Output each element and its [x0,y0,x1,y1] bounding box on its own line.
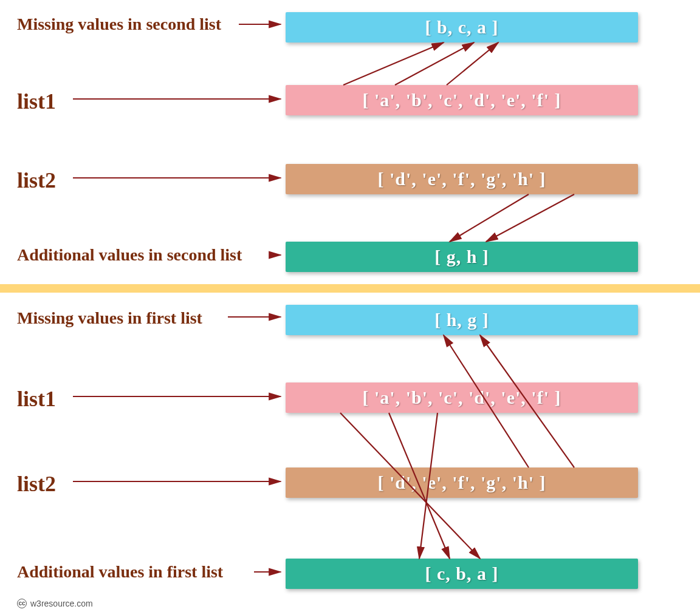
svg-line-5 [395,42,474,85]
cc-icon: cc [17,599,27,608]
missing-second-box: [ b, c, a ] [286,12,638,42]
additional-first-label: Additional values in first list [0,562,223,582]
additional-second-box: [ g, h ] [286,242,638,272]
list2-box-a: [ 'd', 'e', 'f', 'g', 'h' ] [286,164,638,194]
footer-text: w3resource.com [30,599,93,608]
svg-line-4 [343,42,444,85]
list1-box-a: [ 'a', 'b', 'c', 'd', 'e', 'f' ] [286,85,638,115]
footer-credit: cc w3resource.com [17,599,93,608]
missing-first-label: Missing values in first list [0,308,202,328]
list1-label-a: list1 [0,89,56,114]
list2-label-b: list2 [0,471,56,497]
list2-label-a: list2 [0,168,56,193]
svg-line-7 [450,194,529,242]
svg-line-8 [486,194,574,242]
missing-first-box: [ h, g ] [286,305,638,335]
svg-line-6 [447,42,498,85]
additional-first-box: [ c, b, a ] [286,559,638,589]
list2-box-b: [ 'd', 'e', 'f', 'g', 'h' ] [286,467,638,498]
missing-second-label: Missing values in second list [0,15,221,34]
list1-box-b: [ 'a', 'b', 'c', 'd', 'e', 'f' ] [286,382,638,413]
additional-second-label: Additional values in second list [0,245,242,265]
list1-label-b: list1 [0,386,56,412]
section-divider [0,284,700,293]
